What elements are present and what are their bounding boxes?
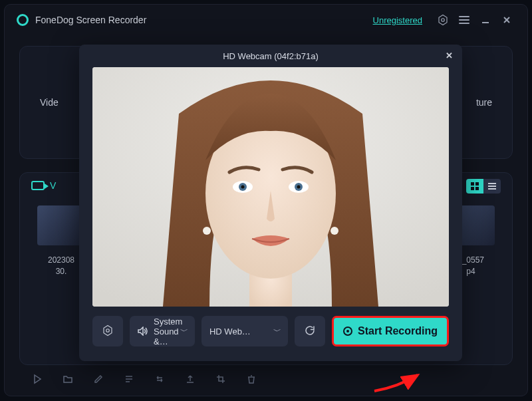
play-button[interactable] [31, 373, 43, 385]
minimize-icon [481, 15, 490, 25]
svg-marker-5 [35, 375, 41, 383]
folder-icon [63, 374, 73, 384]
svg-point-19 [331, 227, 338, 235]
svg-point-1 [442, 19, 445, 22]
camera-source-dropdown[interactable]: HD Web… ﹀ [201, 316, 288, 346]
gear-icon [436, 13, 450, 27]
convert-button[interactable] [154, 373, 166, 385]
refresh-camera-button[interactable] [295, 316, 325, 346]
modal-title: HD Webcam (04f2:b71a) [223, 51, 319, 61]
svg-marker-22 [138, 327, 143, 335]
audio-source-dropdown[interactable]: System Sound &… ﹀ [130, 316, 195, 346]
delete-button[interactable] [245, 373, 257, 385]
view-toggle [466, 179, 501, 194]
modal-close-button[interactable]: ✕ [442, 49, 456, 62]
rename-button[interactable] [92, 373, 104, 385]
camera-source-label: HD Web… [209, 327, 251, 336]
pencil-icon [93, 374, 104, 384]
modal-header: HD Webcam (04f2:b71a) ✕ [79, 45, 462, 67]
recording-thumbnail [37, 205, 85, 245]
recordings-tab[interactable]: V [31, 180, 56, 191]
close-icon: ✕ [446, 51, 453, 61]
mode-card-right-label: ture [476, 97, 492, 108]
app-title: FoneDog Screen Recorder [35, 15, 146, 25]
share-icon [185, 374, 196, 384]
minimize-button[interactable] [477, 11, 494, 29]
webcam-settings-button[interactable] [92, 316, 123, 346]
chevron-down-icon: ﹀ [180, 326, 188, 337]
close-icon [502, 15, 511, 25]
crop-button[interactable] [215, 373, 227, 385]
start-recording-button[interactable]: Start Recording [332, 316, 449, 346]
mode-card-left-label: Vide [40, 97, 59, 108]
menu-icon [459, 16, 469, 24]
grid-view-button[interactable] [466, 179, 483, 194]
list-view-button[interactable] [483, 179, 501, 194]
video-icon [31, 181, 45, 190]
close-window-button[interactable] [498, 11, 515, 29]
svg-point-18 [203, 227, 211, 235]
speaker-icon [138, 327, 148, 336]
svg-point-21 [106, 329, 110, 332]
webcam-face-illustration [92, 67, 449, 307]
play-icon [32, 374, 43, 384]
webcam-modal: HD Webcam (04f2:b71a) ✕ [79, 45, 462, 361]
app-logo-icon [17, 14, 29, 26]
trash-icon [246, 374, 257, 384]
modal-controls: System Sound &… ﹀ HD Web… ﹀ Start Record… [92, 316, 449, 346]
share-button[interactable] [184, 373, 196, 385]
gear-icon [102, 325, 114, 338]
svg-point-16 [241, 186, 245, 189]
webcam-preview [92, 67, 449, 307]
bottom-toolbar [31, 373, 257, 385]
crop-icon [215, 374, 226, 384]
folder-button[interactable] [62, 373, 74, 385]
registration-status-link[interactable]: Unregistered [373, 15, 422, 25]
titlebar: FoneDog Screen Recorder Unregistered [5, 5, 527, 35]
svg-marker-20 [104, 325, 112, 335]
refresh-icon [304, 325, 316, 338]
recording-filename: 202308 30. [48, 255, 74, 277]
playlist-button[interactable] [123, 373, 135, 385]
app-window: FoneDog Screen Recorder Unregistered Vid… [4, 4, 528, 396]
record-icon [343, 327, 352, 336]
grid-icon [471, 182, 479, 190]
convert-icon [154, 374, 165, 384]
list-icon [488, 183, 496, 190]
svg-marker-0 [439, 15, 447, 25]
settings-gear-button[interactable] [434, 11, 452, 29]
svg-point-17 [297, 186, 301, 189]
start-recording-label: Start Recording [358, 325, 438, 337]
recordings-tab-label: V [50, 180, 56, 191]
menu-button[interactable] [456, 11, 473, 29]
chevron-down-icon: ﹀ [273, 326, 281, 337]
playlist-icon [124, 374, 134, 384]
